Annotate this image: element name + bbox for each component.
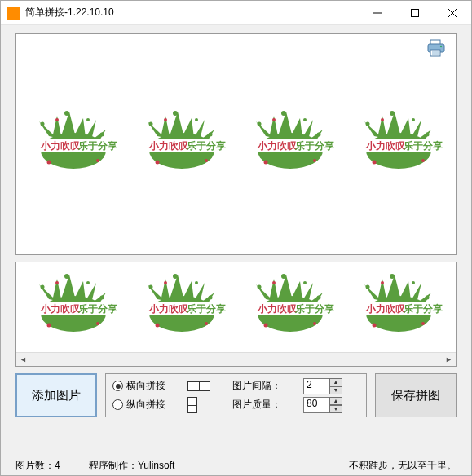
preview-image: 小力吹叹 乐于分享 [25, 104, 121, 185]
thumbnail-image[interactable]: 小力吹叹 乐于分享 [351, 267, 447, 348]
quality-input[interactable]: 80 [303, 397, 329, 413]
svg-point-70 [156, 324, 160, 328]
svg-point-47 [425, 133, 429, 137]
close-icon [448, 9, 457, 17]
gap-up-button[interactable]: ▲ [329, 378, 342, 386]
svg-point-34 [281, 111, 286, 116]
app-icon [7, 7, 20, 20]
svg-point-17 [55, 118, 59, 121]
svg-point-38 [313, 159, 316, 162]
minimize-button[interactable] [359, 1, 396, 24]
svg-text:小力吹叹: 小力吹叹 [365, 303, 406, 315]
svg-point-25 [209, 133, 213, 137]
controls-row: 添加图片 横向拼接 图片间隔： 2 ▲ ▼ 纵向拼接 [15, 373, 457, 417]
svg-point-79 [303, 281, 307, 284]
svg-text:小力吹叹: 小力吹叹 [148, 303, 189, 315]
svg-point-11 [41, 122, 45, 126]
radio-horizontal[interactable]: 横向拼接 [112, 379, 183, 393]
svg-point-68 [195, 281, 198, 284]
svg-point-24 [195, 118, 198, 121]
quality-spinner[interactable]: 80 ▲ ▼ [303, 397, 360, 413]
thumbnail-image[interactable]: 小力吹叹 乐于分享 [134, 267, 230, 348]
window-title: 简单拼接-1.22.10.10 [25, 6, 359, 20]
svg-point-22 [149, 122, 153, 126]
print-button[interactable] [426, 39, 446, 60]
radio-vertical[interactable]: 纵向拼接 [112, 398, 183, 412]
save-image-button[interactable]: 保存拼图 [375, 373, 457, 417]
scroll-track[interactable] [30, 353, 442, 366]
svg-text:小力吹叹: 小力吹叹 [40, 303, 81, 315]
minimize-icon [373, 9, 382, 17]
svg-text:乐于分享: 乐于分享 [403, 303, 443, 315]
preview-image: 小力吹叹 乐于分享 [242, 104, 338, 185]
svg-point-71 [205, 322, 208, 325]
svg-point-27 [205, 159, 208, 162]
svg-point-44 [365, 122, 369, 126]
svg-point-45 [390, 111, 395, 116]
scroll-left-button[interactable]: ◄ [16, 353, 30, 366]
svg-point-37 [263, 161, 267, 165]
gap-spinner[interactable]: 2 ▲ ▼ [303, 378, 360, 394]
quality-down-button[interactable]: ▼ [329, 405, 342, 413]
svg-point-67 [173, 274, 178, 279]
maximize-button[interactable] [396, 1, 434, 24]
svg-text:小力吹叹: 小力吹叹 [40, 140, 81, 152]
svg-point-26 [156, 161, 160, 165]
thumbnail-image[interactable]: 小力吹叹 乐于分享 [242, 267, 338, 348]
quality-up-button[interactable]: ▲ [329, 397, 342, 405]
svg-text:乐于分享: 乐于分享 [294, 140, 334, 152]
statusbar: 图片数：4 程序制作：Yulinsoft 不积跬步，无以至千里。 [1, 456, 471, 475]
svg-point-14 [100, 133, 104, 137]
svg-text:小力吹叹: 小力吹叹 [257, 303, 298, 315]
gap-label: 图片间隔： [232, 379, 298, 393]
gap-down-button[interactable]: ▼ [329, 386, 342, 394]
maximize-icon [411, 9, 419, 17]
thumbnail-row: 小力吹叹 乐于分享 小力吹叹 乐于分享 小力吹叹 乐于分享 小力吹叹 乐于分享 [16, 262, 456, 352]
svg-point-83 [272, 281, 276, 284]
svg-point-12 [64, 111, 69, 116]
options-panel: 横向拼接 图片间隔： 2 ▲ ▼ 纵向拼接 图片质量： [105, 373, 367, 417]
app-window: 简单拼接-1.22.10.10 [0, 0, 472, 476]
svg-point-92 [372, 324, 376, 328]
svg-rect-1 [412, 9, 419, 16]
svg-text:乐于分享: 乐于分享 [403, 140, 443, 152]
svg-point-81 [263, 324, 267, 328]
svg-text:乐于分享: 乐于分享 [186, 303, 226, 315]
svg-point-82 [313, 322, 316, 325]
preview-images-row: 小力吹叹 乐于分享 小力吹叹 乐于分享 小力吹叹 乐于分享 小力吹叹 乐于分享 [16, 34, 456, 254]
svg-point-23 [173, 111, 178, 116]
radio-vertical-label: 纵向拼接 [126, 398, 165, 412]
svg-text:乐于分享: 乐于分享 [294, 303, 334, 315]
svg-point-28 [164, 118, 167, 121]
thumbnail-image[interactable]: 小力吹叹 乐于分享 [25, 267, 121, 348]
horizontal-scrollbar[interactable]: ◄ ► [16, 352, 456, 366]
gap-input[interactable]: 2 [303, 378, 329, 394]
svg-rect-7 [430, 50, 440, 56]
svg-point-6 [440, 46, 442, 47]
printer-icon [426, 39, 446, 57]
svg-point-90 [412, 281, 415, 284]
radio-icon [112, 399, 123, 410]
radio-horizontal-label: 横向拼接 [126, 379, 165, 393]
svg-point-91 [425, 296, 429, 300]
svg-point-16 [96, 159, 99, 162]
close-button[interactable] [434, 1, 471, 24]
add-image-button[interactable]: 添加图片 [15, 373, 97, 417]
svg-text:小力吹叹: 小力吹叹 [365, 140, 406, 152]
svg-point-59 [47, 324, 51, 328]
svg-point-77 [257, 285, 261, 289]
status-count: 图片数：4 [15, 459, 89, 473]
svg-point-78 [281, 274, 286, 279]
scroll-right-button[interactable]: ► [442, 353, 456, 366]
svg-text:小力吹叹: 小力吹叹 [148, 140, 189, 152]
svg-point-48 [372, 161, 376, 165]
svg-text:乐于分享: 乐于分享 [77, 140, 117, 152]
svg-point-88 [365, 285, 369, 289]
svg-text:小力吹叹: 小力吹叹 [257, 140, 298, 152]
svg-point-94 [381, 281, 384, 284]
thumbnail-panel: 小力吹叹 乐于分享 小力吹叹 乐于分享 小力吹叹 乐于分享 小力吹叹 乐于分享 [15, 262, 457, 367]
svg-point-39 [272, 118, 276, 121]
svg-point-36 [316, 133, 320, 137]
status-author: 程序制作：Yulinsoft [89, 459, 349, 473]
count-value: 4 [55, 460, 60, 471]
